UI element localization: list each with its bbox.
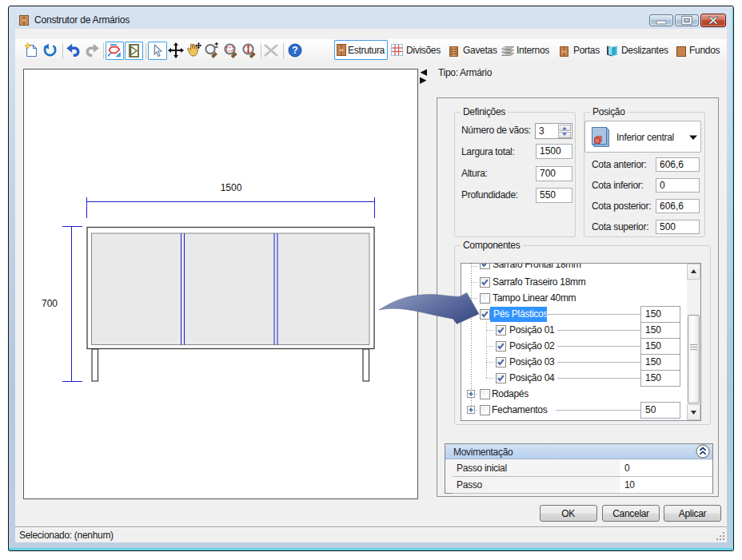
svg-text:1500: 1500: [221, 182, 242, 193]
svg-text:?: ?: [292, 45, 297, 56]
svg-text:700: 700: [42, 298, 58, 309]
